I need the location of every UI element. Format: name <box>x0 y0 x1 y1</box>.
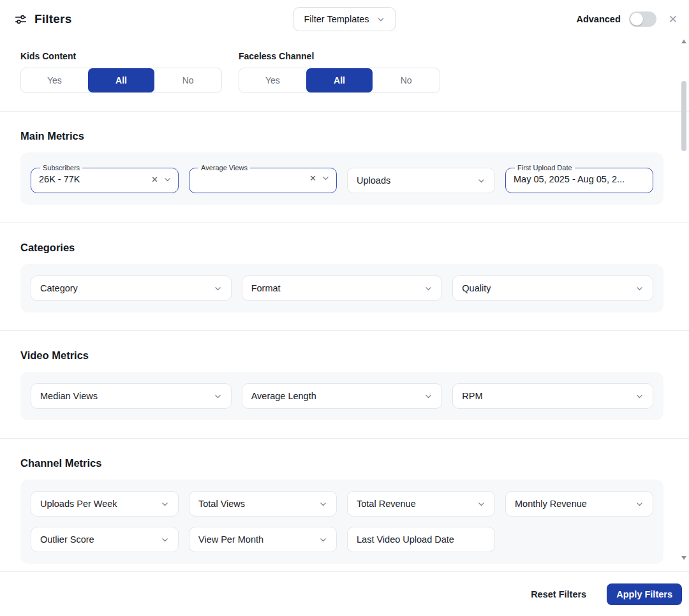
faceless-channel-option-yes[interactable]: Yes <box>239 68 306 92</box>
rpm-label: RPM <box>462 391 482 401</box>
average-views-row: ✕ <box>197 174 330 182</box>
chevron-down-icon <box>319 536 327 544</box>
first-upload-date-filter[interactable]: First Upload Date May 05, 2025 - Aug 05,… <box>505 164 653 193</box>
outlier-score-dropdown[interactable]: Outlier Score <box>31 527 179 552</box>
total-revenue-label: Total Revenue <box>357 499 416 509</box>
faceless-channel-segmented: Yes All No <box>239 68 440 93</box>
filter-templates-label: Filter Templates <box>304 14 369 24</box>
advanced-label: Advanced <box>576 14 620 24</box>
kids-content-label: Kids Content <box>20 51 222 61</box>
chevron-down-icon <box>635 392 644 400</box>
scrollbar[interactable] <box>680 40 688 560</box>
divider <box>0 438 689 439</box>
header: Filters Filter Templates Advanced ✕ <box>0 0 689 38</box>
uploads-dropdown[interactable]: Uploads <box>347 168 495 193</box>
view-per-month-dropdown[interactable]: View Per Month <box>189 527 337 552</box>
divider <box>0 223 689 223</box>
kids-content-segmented: Yes All No <box>20 68 222 93</box>
filters-modal: Filters Filter Templates Advanced ✕ Kids… <box>0 0 689 616</box>
uploads-per-week-dropdown[interactable]: Uploads Per Week <box>31 491 179 517</box>
filter-templates-button[interactable]: Filter Templates <box>293 7 396 31</box>
section-heading-categories: Categories <box>20 241 669 254</box>
chevron-down-icon <box>477 177 485 185</box>
total-views-dropdown[interactable]: Total Views <box>189 491 337 517</box>
chevron-down-icon <box>635 500 644 508</box>
chevron-down-icon <box>319 500 327 508</box>
subscribers-filter[interactable]: Subscribers 26K - 77K ✕ <box>31 164 179 193</box>
divider <box>0 330 689 331</box>
faceless-channel-filter: Faceless Channel Yes All No <box>239 51 440 93</box>
faceless-channel-option-no[interactable]: No <box>373 68 440 92</box>
faceless-channel-option-all[interactable]: All <box>306 68 373 92</box>
chevron-down-icon <box>161 536 169 544</box>
last-video-upload-date-field[interactable]: Last Video Upload Date <box>347 527 495 552</box>
outlier-score-label: Outlier Score <box>40 534 94 545</box>
chevron-down-icon <box>424 284 433 293</box>
close-icon[interactable]: ✕ <box>669 14 678 25</box>
kids-content-option-no[interactable]: No <box>154 68 221 92</box>
filters-body: Kids Content Yes All No Faceless Channel… <box>0 38 689 571</box>
category-dropdown[interactable]: Category <box>31 275 232 301</box>
monthly-revenue-label: Monthly Revenue <box>515 499 587 509</box>
first-upload-date-value: May 05, 2025 - Aug 05, 2... <box>514 174 646 184</box>
scroll-down-arrow-icon[interactable] <box>681 556 686 560</box>
kids-content-option-all[interactable]: All <box>88 68 155 92</box>
kids-content-option-yes[interactable]: Yes <box>21 68 88 92</box>
kids-content-filter: Kids Content Yes All No <box>20 51 222 93</box>
quality-label: Quality <box>462 283 491 293</box>
average-views-label: Average Views <box>198 164 250 172</box>
view-per-month-label: View Per Month <box>198 534 263 545</box>
scroll-up-arrow-icon[interactable] <box>681 40 686 43</box>
total-views-label: Total Views <box>198 499 245 509</box>
header-title-group: Filters <box>14 12 71 26</box>
section-heading-main-metrics: Main Metrics <box>20 129 669 142</box>
format-dropdown[interactable]: Format <box>242 275 443 301</box>
average-views-filter[interactable]: Average Views ✕ <box>189 164 337 193</box>
categories-panel: Category Format Quality <box>20 264 663 312</box>
quality-dropdown[interactable]: Quality <box>452 275 653 301</box>
video-metrics-panel: Median Views Average Length RPM <box>20 372 663 420</box>
format-label: Format <box>251 283 281 293</box>
median-views-dropdown[interactable]: Median Views <box>31 383 232 409</box>
median-views-label: Median Views <box>40 391 98 401</box>
page-title: Filters <box>34 12 71 26</box>
advanced-toggle[interactable] <box>629 11 656 27</box>
chevron-down-icon <box>161 500 169 508</box>
chevron-down-icon <box>377 15 385 24</box>
subscribers-row: 26K - 77K ✕ <box>39 174 172 184</box>
apply-filters-button[interactable]: Apply Filters <box>607 583 682 605</box>
scrollbar-thumb[interactable] <box>681 81 686 151</box>
subscribers-label: Subscribers <box>40 164 82 172</box>
chevron-down-icon[interactable] <box>163 175 172 184</box>
clear-icon[interactable]: ✕ <box>309 174 316 182</box>
footer: Reset Filters Apply Filters <box>0 571 689 616</box>
average-length-dropdown[interactable]: Average Length <box>242 383 443 409</box>
average-length-label: Average Length <box>251 391 316 401</box>
clear-icon[interactable]: ✕ <box>151 175 158 184</box>
boolean-filters-row: Kids Content Yes All No Faceless Channel… <box>0 51 689 93</box>
divider <box>0 111 689 112</box>
chevron-down-icon <box>424 392 433 400</box>
chevron-down-icon[interactable] <box>322 174 330 182</box>
main-metrics-panel: Subscribers 26K - 77K ✕ Average Views ✕ … <box>20 152 663 205</box>
reset-filters-button[interactable]: Reset Filters <box>531 589 586 599</box>
chevron-down-icon <box>214 392 222 400</box>
monthly-revenue-dropdown[interactable]: Monthly Revenue <box>505 491 653 517</box>
header-right: Advanced ✕ <box>576 11 678 27</box>
rpm-dropdown[interactable]: RPM <box>452 383 653 409</box>
channel-metrics-panel: Uploads Per Week Total Views Total Reven… <box>20 480 663 564</box>
last-video-upload-date-label: Last Video Upload Date <box>357 534 454 545</box>
chevron-down-icon <box>214 284 222 293</box>
uploads-per-week-label: Uploads Per Week <box>40 499 117 509</box>
section-heading-video-metrics: Video Metrics <box>20 349 669 362</box>
first-upload-date-row: May 05, 2025 - Aug 05, 2... <box>514 174 646 184</box>
chevron-down-icon <box>477 500 485 508</box>
section-heading-channel-metrics: Channel Metrics <box>20 457 669 469</box>
total-revenue-dropdown[interactable]: Total Revenue <box>347 491 495 517</box>
chevron-down-icon <box>635 284 644 293</box>
category-label: Category <box>40 283 78 293</box>
subscribers-value: 26K - 77K <box>39 174 146 184</box>
toggle-knob <box>630 13 643 26</box>
faceless-channel-label: Faceless Channel <box>239 51 440 61</box>
uploads-label: Uploads <box>357 175 390 186</box>
